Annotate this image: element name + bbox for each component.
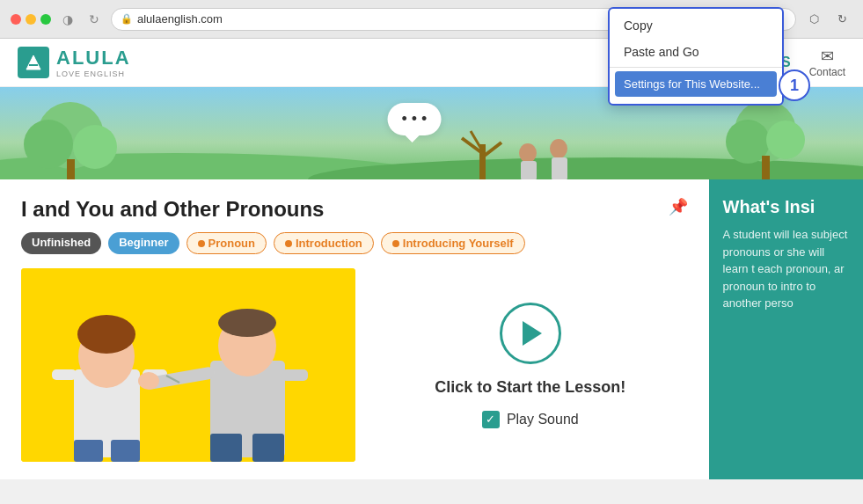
context-menu-divider [610,67,782,68]
reload-icon[interactable]: ↻ [831,9,852,30]
svg-rect-27 [111,440,140,462]
speech-bubble: • • • [387,103,441,135]
main-content: I and You and Other Pronouns 📌 Unfinishe… [0,179,863,479]
svg-rect-33 [282,369,308,381]
browser-window-controls [11,14,51,25]
content-body: Click to Start the Lesson! ✓ Play Sound [21,268,688,462]
tag-introducing-yourself[interactable]: Introducing Yourself [381,232,525,254]
url-text: alulaenglish.com [137,12,223,26]
tag-dot-icon [198,240,205,247]
refresh-icon[interactable]: ↻ [84,10,104,29]
tag-introduction[interactable]: Introduction [274,232,374,254]
contact-button[interactable]: ✉ Contact [809,47,845,78]
lesson-title-row: I and You and Other Pronouns 📌 [21,197,688,222]
tag-pronoun-label: Pronoun [208,237,255,250]
svg-rect-24 [52,369,77,380]
tag-beginner[interactable]: Beginner [108,232,179,254]
tag-introducing-yourself-label: Introducing Yourself [403,237,514,250]
svg-rect-34 [210,434,242,462]
lock-icon: 🔒 [121,13,133,25]
svg-point-16 [519,143,537,163]
logo-tagline: LOVE ENGLISH [56,69,131,78]
whats-inside-text: A student will lea subject pronouns or s… [723,226,849,312]
logo-svg [23,52,44,73]
logo-text: ALULA LOVE ENGLISH [56,47,131,78]
close-window-button[interactable] [11,14,21,25]
play-lesson-button[interactable] [500,303,561,364]
svg-point-32 [138,372,159,390]
right-panel: What's Insi A student will lea subject p… [709,179,863,479]
lesson-title: I and You and Other Pronouns [21,197,324,222]
mail-icon: ✉ [821,47,834,66]
svg-rect-20 [21,268,355,462]
privacy-icon: ◑ [58,10,77,29]
play-section: Click to Start the Lesson! ✓ Play Sound [373,268,688,462]
whats-inside-title: What's Insi [723,197,849,217]
svg-point-10 [766,121,805,159]
svg-marker-0 [26,55,40,69]
svg-point-5 [24,120,73,169]
logo-icon [18,47,49,78]
tags-row: Unfinished Beginner Pronoun Introduction… [21,232,688,254]
lesson-image [21,268,355,462]
contact-label: Contact [809,66,845,78]
lesson-image-inner [21,268,355,462]
svg-rect-7 [67,159,75,179]
logo-container: ALULA LOVE ENGLISH [18,47,131,78]
minimize-window-button[interactable] [26,14,36,25]
svg-rect-35 [252,434,284,462]
svg-point-18 [550,139,567,158]
logo-name: ALULA [56,47,131,69]
left-panel: I and You and Other Pronouns 📌 Unfinishe… [0,179,709,479]
tag-dot-icon [392,240,399,247]
svg-rect-11 [762,156,770,179]
context-menu: Copy Paste and Go Settings for This Webs… [608,7,784,106]
play-sound-row: ✓ Play Sound [482,411,579,428]
tag-introduction-label: Introduction [296,237,362,250]
screen-share-icon[interactable]: ⬡ [803,9,824,30]
svg-point-30 [218,309,276,337]
checkmark-icon: ✓ [486,413,495,426]
browser-actions: ⬡ ↻ [803,9,852,30]
context-menu-paste-go[interactable]: Paste and Go [610,39,782,65]
play-sound-label: Play Sound [507,412,579,427]
people-illustration [21,268,355,462]
tag-pronoun[interactable]: Pronoun [186,232,267,254]
play-sound-checkbox[interactable]: ✓ [482,411,500,428]
svg-point-3 [308,157,863,179]
badge-number: 1 [779,69,810,101]
tag-dot-icon [285,240,292,247]
pin-icon[interactable]: 📌 [669,197,688,216]
svg-rect-17 [521,161,537,179]
svg-point-23 [77,315,135,354]
browser-navigation: ◑ ↻ [58,10,104,29]
play-triangle-icon [523,321,542,346]
svg-rect-19 [552,157,567,179]
start-lesson-text: Click to Start the Lesson! [435,378,625,397]
context-menu-copy[interactable]: Copy [610,12,782,39]
speech-dots: • • • [401,110,427,128]
tag-unfinished[interactable]: Unfinished [21,232,101,254]
maximize-window-button[interactable] [40,14,51,25]
svg-point-6 [73,125,117,169]
context-menu-settings[interactable]: Settings for This Website... [615,71,777,97]
svg-rect-26 [74,440,103,462]
